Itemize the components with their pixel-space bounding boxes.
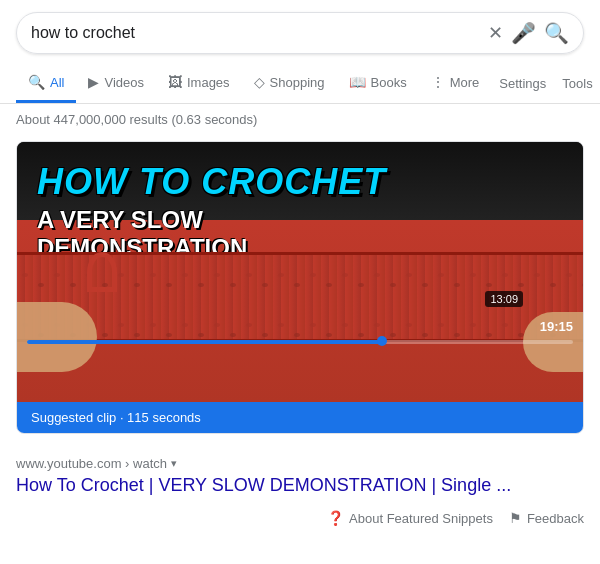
results-count: About 447,000,000 results (0.63 seconds)	[0, 104, 600, 135]
clear-icon[interactable]: ✕	[488, 22, 503, 44]
tab-books-label: Books	[371, 75, 407, 90]
tools-link[interactable]: Tools	[554, 66, 600, 101]
settings-link[interactable]: Settings	[491, 66, 554, 101]
tab-all-label: All	[50, 75, 64, 90]
url-dropdown-icon[interactable]: ▾	[171, 457, 177, 470]
result-footer: ❓ About Featured Snippets ⚑ Feedback	[0, 502, 600, 538]
progress-bar[interactable]	[27, 340, 573, 344]
suggested-clip-banner: Suggested clip · 115 seconds	[17, 402, 583, 433]
video-main-title: HOW TO CROCHET	[37, 162, 563, 202]
search-input[interactable]	[31, 24, 480, 42]
tab-images[interactable]: 🖼 Images	[156, 64, 242, 103]
snippets-info-icon: ❓	[327, 510, 344, 526]
search-icon[interactable]: 🔍	[544, 21, 569, 45]
all-tab-icon: 🔍	[28, 74, 45, 90]
video-thumbnail[interactable]: HOW TO CROCHET A VERY SLOWDEMONSTRATION …	[17, 142, 583, 402]
books-tab-icon: 📖	[349, 74, 366, 90]
search-bar: ✕ 🎤 🔍	[16, 12, 584, 54]
tab-books[interactable]: 📖 Books	[337, 64, 419, 103]
video-visual: HOW TO CROCHET A VERY SLOWDEMONSTRATION …	[17, 142, 583, 402]
more-tab-icon: ⋮	[431, 74, 445, 90]
tab-images-label: Images	[187, 75, 230, 90]
search-bar-wrapper: ✕ 🎤 🔍	[0, 0, 600, 64]
tab-more[interactable]: ⋮ More	[419, 64, 492, 103]
videos-tab-icon: ▶	[88, 74, 99, 90]
progress-fill	[27, 340, 382, 344]
tab-more-label: More	[450, 75, 480, 90]
timestamp-badge: 13:09	[485, 291, 523, 307]
video-title-overlay: HOW TO CROCHET A VERY SLOWDEMONSTRATION	[37, 162, 563, 263]
about-snippets-label: About Featured Snippets	[349, 511, 493, 526]
nav-tabs: 🔍 All ▶ Videos 🖼 Images ◇ Shopping 📖 Boo…	[0, 64, 600, 104]
tab-videos[interactable]: ▶ Videos	[76, 64, 156, 103]
progress-thumb[interactable]	[377, 336, 387, 346]
result-title-link[interactable]: How To Crochet | VERY SLOW DEMONSTRATION…	[16, 475, 511, 495]
tab-videos-label: Videos	[104, 75, 144, 90]
result-link-area: www.youtube.com › watch ▾ How To Crochet…	[0, 446, 600, 502]
hand-left	[17, 302, 97, 372]
result-url-text: www.youtube.com › watch	[16, 456, 167, 471]
feedback-item[interactable]: ⚑ Feedback	[509, 510, 584, 526]
crochet-loop	[87, 252, 117, 292]
result-url: www.youtube.com › watch ▾	[16, 456, 584, 471]
feedback-label: Feedback	[527, 511, 584, 526]
microphone-icon[interactable]: 🎤	[511, 21, 536, 45]
about-snippets-item[interactable]: ❓ About Featured Snippets	[327, 510, 493, 526]
tab-all[interactable]: 🔍 All	[16, 64, 76, 103]
video-card: HOW TO CROCHET A VERY SLOWDEMONSTRATION …	[16, 141, 584, 434]
images-tab-icon: 🖼	[168, 74, 182, 90]
tab-shopping[interactable]: ◇ Shopping	[242, 64, 337, 103]
video-duration: 19:15	[540, 319, 573, 334]
tab-shopping-label: Shopping	[270, 75, 325, 90]
feedback-icon: ⚑	[509, 510, 522, 526]
shopping-tab-icon: ◇	[254, 74, 265, 90]
